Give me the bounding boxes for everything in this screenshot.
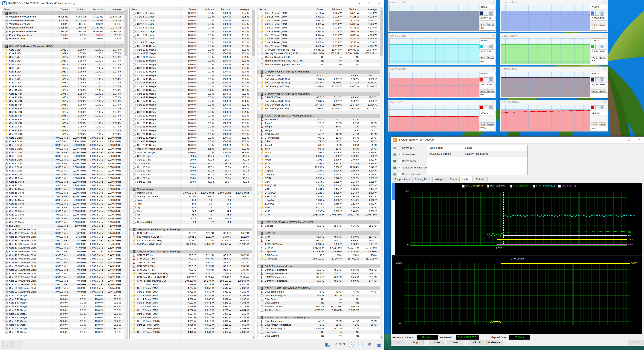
sensor-row[interactable]: Core 6 T1 Usage100.0 %0.0 %100.0 %88.3 % <box>130 19 252 22</box>
graph-min-box[interactable]: 0.0 <box>591 26 607 30</box>
column-header[interactable]: Average <box>240 8 249 10</box>
sensor-row[interactable]: Motherboard41 °C40 °C41 °C41 °C <box>258 118 380 122</box>
stop-button[interactable]: Stop <box>407 340 424 345</box>
sensor-row[interactable]: Core 15 T0 Effective Clock3,900.0 MHz2.1… <box>2 228 124 232</box>
column-header[interactable]: Minimum <box>76 8 86 10</box>
graph-max-box[interactable]: 5100.0 <box>480 72 496 76</box>
sensor-row[interactable]: ⚡Core 19 Power (SMU)4.534 W0.016 W5.065 … <box>258 30 380 34</box>
sensor-row[interactable]: Core 4 Clock3,900.3 MHz3,900.3 MHz3,900.… <box>2 151 124 154</box>
sensor-row[interactable]: ⚡CPU Core Current (SVI2 TFN)83.200 A62.9… <box>130 276 252 279</box>
sensor-row[interactable]: ⚡Core 20 Power (SMU)4.974 W0.015 W5.390 … <box>258 34 380 37</box>
close-x-icon[interactable] <box>375 341 383 348</box>
sensor-group-header[interactable]: CPU [#0] Node #0: AMD Ryzen Threadrip... <box>130 228 252 232</box>
sensor-row[interactable]: ⚡Core 22 Power (SMU)4.808 W0.016 W5.748 … <box>258 41 380 44</box>
sensor-row[interactable]: Core 14 T1 Usage100.0 %0.0 %100.0 %88.7 … <box>130 78 252 81</box>
sensor-row[interactable]: Temp222 °C21 °C22 °C22 °C <box>258 122 380 125</box>
sensor-row[interactable]: Core 23 T0 Usage100.0 %0.0 %100.0 %88.3 … <box>130 140 252 143</box>
graph-min-box[interactable]: 0.000 <box>480 126 496 130</box>
graph-color-swatches[interactable] <box>591 44 604 48</box>
sensor-row[interactable]: Core 9 T1 Usage100.0 %0.0 %100.0 %88.4 % <box>130 41 252 44</box>
sensor-row[interactable]: Core 17 Ratio39.0 x39.0 x39.0 x39.0 x <box>130 158 252 162</box>
sensor-row[interactable]: ⚡Core 9 Power (SMU)4.877 W0.016 W5.625 W… <box>130 316 252 320</box>
sensor-row[interactable]: Core 1 T1 Usage100.0 %0.0 %100.0 %89.1 % <box>2 305 124 308</box>
sensor-row[interactable]: CPU74 °C46 °C74 °C70 °C <box>258 140 380 143</box>
sensor-row[interactable]: ⚡Core 2 Power (SMU)4.731 W0.070 W5.057 W… <box>130 290 252 294</box>
sensor-row[interactable]: Core 5 T0 Usage100.0 %0.0 %100.0 %88.8 % <box>2 330 124 334</box>
sensor-row[interactable]: Trp14 T14 T14 T <box>130 206 252 210</box>
sensor-row[interactable]: DIMM[3] Temperature53.8 °C45.0 °C53.8 °C… <box>258 272 380 276</box>
close-icon[interactable]: x <box>492 67 496 71</box>
sensor-row[interactable]: Core 4 T0 Usage100.0 %0.0 %100.0 %89.1 % <box>2 323 124 327</box>
sensor-row[interactable]: ⚡Core 12 Power (SMU)4.927 W0.016 W5.534 … <box>130 327 252 330</box>
sensor-row[interactable]: ⚡Core 0 VID1.069 V1.063 V1.100 V1.074 V <box>2 48 124 52</box>
sensor-row[interactable]: ⚡Core 10 VID1.069 V1.056 V1.100 V1.074 V <box>2 85 124 88</box>
sensor-row[interactable]: Core 19 T0 Effective Clock3,900.0 MHz0.5… <box>2 257 124 261</box>
sensor-group-header[interactable]: S.M.A.R.T.: INTEL SSDSC2BX480G4 (BTHC... <box>258 316 380 320</box>
sensor-row[interactable]: Command Rate1 T1 T1 T <box>130 220 252 224</box>
close-icon[interactable]: x <box>492 34 496 38</box>
sensor-row[interactable]: ⚡SoC Current (SVI2 TFN)28.753 A22.118 A3… <box>130 239 252 242</box>
sensor-row[interactable]: Core 13 T1 Usage100.0 %0.0 %100.0 %88.7 … <box>130 70 252 74</box>
graph-max-box[interactable]: 5100.0 <box>480 5 496 10</box>
sensor-row[interactable]: Core 17 Clock3,900.3 MHz3,900.3 MHz3,900… <box>2 198 124 202</box>
sensor-row[interactable]: ⚡SoC Current (SVI2 TFN)28.753 A21.749 A3… <box>258 81 380 85</box>
sensor-row[interactable]: ⚡CPU SOC1.080 V1.072 V1.088 V1.080 V <box>258 173 380 176</box>
sensor-row[interactable]: Core 11 T1 Usage100.0 %0.0 %100.0 %88.4 … <box>130 55 252 59</box>
sensor-row[interactable]: ⚡VHIF3.392 V3.392 V3.408 V3.393 V <box>258 210 380 213</box>
sensor-row[interactable]: Core 23 Ratio39.0 x39.0 x39.0 x39.0 x <box>130 180 252 184</box>
sensor-row[interactable]: Trfc560 T560 T560 T <box>130 217 252 220</box>
checkbox[interactable]: ✓ <box>398 160 401 163</box>
sensor-row[interactable]: Core 22 T1 Usage100.0 %0.0 %100.0 %88.3 … <box>130 136 252 140</box>
sensor-row[interactable]: ⚡+5V5.000 V5.000 V5.000 V5.000 V <box>258 154 380 158</box>
sensor-row[interactable]: Total Host Reads9,765 GB9,763 GB9,765 GB <box>258 308 380 312</box>
graph-color-swatches[interactable] <box>480 44 492 48</box>
add-report-icon[interactable]: 📄 <box>356 341 364 348</box>
sensor-row[interactable]: Temp49 °C8 °C9 °C8 °C <box>258 129 380 132</box>
column-header[interactable]: Average <box>112 8 121 10</box>
column-header[interactable]: Maximum <box>93 8 103 10</box>
sensor-row[interactable]: DIMM[1] Temperature53.5 °C45.3 °C53.5 °C… <box>258 268 380 272</box>
sensor-row[interactable]: ⚡Core 12 VID1.075 V1.056 V1.100 V1.074 V <box>2 92 124 96</box>
sensor-row[interactable]: ⚡Core 15 VID1.075 V1.063 V1.100 V1.074 V <box>2 103 124 107</box>
sensor-row[interactable]: Core 6 Clock3,900.3 MHz3,900.3 MHz3,900.… <box>2 158 124 162</box>
sensor-row[interactable]: Core 7 T0 Usage100.0 %0.0 %100.0 %88.5 % <box>130 22 252 26</box>
sensor-row[interactable]: Core 21 T1 Usage100.0 %0.0 %100.0 %88.3 … <box>130 129 252 132</box>
sensor-row[interactable]: Tcas14 T14 T14 T <box>130 198 252 202</box>
sensor-row[interactable]: ⚡Core 7 VID1.069 V1.063 V1.100 V1.074 V <box>2 74 124 78</box>
clock-icon[interactable]: 🕐 <box>347 341 355 348</box>
sensor-row[interactable]: Core 6 T0 Usage100.0 %0.0 %100.0 %88.6 % <box>130 15 252 19</box>
sensor-row[interactable]: DIMM[5] Temperature55.5 °C46.5 °C55.5 °C… <box>258 276 380 279</box>
sensor-row[interactable]: Core 0 Clock3,900.3 MHz3,900.3 MHz3,900.… <box>2 136 124 140</box>
graph-max-box[interactable]: 5100.0 <box>591 72 607 76</box>
sensor-row[interactable]: Core 15 T1 Effective Clock3,900.0 MHz0.7… <box>2 232 124 235</box>
sensor-row[interactable]: ⚡Core 7 Power (SMU)4.330 W0.018 W5.220 W… <box>130 308 252 312</box>
sensor-row[interactable]: CPU CCD7 (Tdie)77.8 °C45.0 °C84.3 °C73.3… <box>130 268 252 272</box>
sensor-row[interactable]: ⚡Core 20 VID1.069 V1.056 V1.100 V1.074 V <box>2 122 124 125</box>
graph-min-box[interactable]: 0.0 <box>591 126 607 130</box>
sensor-row[interactable]: Core 13 Clock3,900.3 MHz3,900.3 MHz3,900… <box>2 184 124 187</box>
graph-color-swatches[interactable] <box>591 11 604 16</box>
sensor-group-header[interactable]: CPU [#0] Node #3: AMD Ryzen Threadripp..… <box>258 92 380 96</box>
chart-scrollbar[interactable] <box>392 183 395 255</box>
sensor-row[interactable]: Core 8 T1 Usage100.0 %0.0 %100.0 %88.3 % <box>130 34 252 37</box>
sensor-row[interactable]: Core 21 Ratio39.0 x39.0 x39.0 x39.0 x <box>130 173 252 176</box>
sensor-row[interactable]: ⚡SoC Current (SVI2 TFN)28.753 A21.749 A3… <box>258 103 380 107</box>
sensor-row[interactable]: ⚡Core 14 Power (SMU)5.136 W0.055 W5.522 … <box>258 11 380 15</box>
sensor-row[interactable]: Core 8 Clock3,900.3 MHz3,900.3 MHz3,900.… <box>2 166 124 169</box>
sensor-row[interactable]: CPU CCD1 (Tdie)77.8 °C48.3 °C86.8 °C76.0… <box>130 257 252 261</box>
sensor-row[interactable]: Page File Usage0.9 %0.0 %0.9 %0.6 % <box>2 37 124 41</box>
sensor-row[interactable]: Physical Memory Load95.6 %7.0 %96.3 %85.… <box>2 34 124 37</box>
sensor-row[interactable]: Drive Remaining Life95.0 %95.0 %95.0 % <box>258 294 380 298</box>
legend-checkbox[interactable]: ✓ <box>510 185 512 188</box>
sensor-row[interactable]: Core 3 T0 Usage100.0 %0.0 %100.0 %89.1 % <box>2 316 124 320</box>
sensor-row[interactable]: ⚡Core 17 Power (SMU)4.801 W0.110 W5.339 … <box>258 22 380 26</box>
sensor-row[interactable]: ⚡Core 6 Power (SMU)4.690 W0.017 W5.683 W… <box>130 305 252 308</box>
sensor-row[interactable]: ⚡Core 8 Power (SMU)4.667 W0.016 W6.370 W… <box>130 312 252 316</box>
sensor-group-header[interactable]: CPU [#0] Node #2: AMD Ryzen Threadripp..… <box>258 70 380 74</box>
sensor-row[interactable]: ✱CPU1,967 RPM1,404 RPM1,982 RPM1,903 RPM <box>258 213 380 217</box>
maximize-icon[interactable]: □ <box>364 0 374 6</box>
settings-gear-icon[interactable]: ⚙ <box>366 341 374 348</box>
panel-scrollbar[interactable]: ▲▼ <box>252 8 255 339</box>
tab-statistics[interactable]: Statistics <box>473 177 488 182</box>
sensor-row[interactable]: Core 22 T0 Effective Clock3,900.0 MHz0.5… <box>2 279 124 283</box>
